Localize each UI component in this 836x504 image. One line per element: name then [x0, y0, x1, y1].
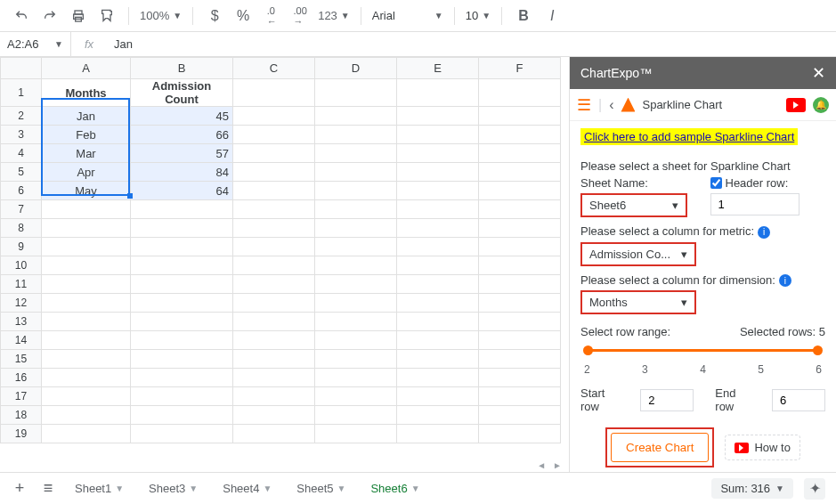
cell[interactable]: [233, 238, 315, 256]
cell[interactable]: [233, 79, 315, 107]
row-header[interactable]: 19: [1, 425, 42, 443]
cell[interactable]: [233, 369, 315, 387]
cell[interactable]: [315, 107, 397, 126]
cell[interactable]: [479, 331, 561, 350]
cell[interactable]: [315, 219, 397, 238]
cell[interactable]: 45: [131, 107, 233, 126]
cell[interactable]: [397, 200, 479, 219]
cell[interactable]: [397, 238, 479, 256]
cell[interactable]: [42, 200, 131, 219]
more-formats-dropdown[interactable]: 123▼: [318, 9, 350, 22]
cell[interactable]: [233, 387, 315, 406]
cell[interactable]: [479, 387, 561, 406]
cell[interactable]: [233, 200, 315, 219]
cell[interactable]: [233, 219, 315, 238]
end-row-input[interactable]: [772, 389, 825, 411]
cell[interactable]: [131, 406, 233, 425]
cell[interactable]: [131, 425, 233, 443]
cell[interactable]: [131, 219, 233, 238]
paint-format-button[interactable]: [96, 5, 118, 27]
cell[interactable]: [397, 387, 479, 406]
add-sample-link[interactable]: Click here to add sample Sparkline Chart: [580, 128, 798, 145]
how-to-button[interactable]: How to: [725, 435, 799, 460]
cell[interactable]: [233, 256, 315, 275]
cell[interactable]: [315, 369, 397, 387]
formula-input[interactable]: Jan: [107, 37, 836, 51]
sheet-name-dropdown[interactable]: Sheet6▾: [580, 193, 687, 217]
cell[interactable]: Jan: [42, 107, 131, 126]
cell[interactable]: [315, 256, 397, 275]
cell[interactable]: [42, 275, 131, 294]
font-dropdown[interactable]: Arial▼: [372, 9, 443, 22]
row-header[interactable]: 17: [1, 387, 42, 406]
row-header[interactable]: 9: [1, 238, 42, 256]
info-icon[interactable]: i: [779, 274, 791, 287]
sheet-tab[interactable]: Sheet3▼: [138, 476, 208, 500]
cell[interactable]: [315, 294, 397, 313]
cell[interactable]: [315, 350, 397, 369]
currency-button[interactable]: $: [204, 5, 225, 27]
cell[interactable]: [315, 425, 397, 443]
col-header-b[interactable]: B: [131, 58, 233, 79]
cell[interactable]: [233, 144, 315, 163]
cell[interactable]: [479, 163, 561, 182]
header-row-checkbox[interactable]: [710, 177, 722, 189]
col-header-a[interactable]: A: [42, 58, 131, 79]
cell[interactable]: [131, 294, 233, 313]
print-button[interactable]: [68, 5, 89, 27]
cell[interactable]: [315, 126, 397, 144]
cell[interactable]: [479, 425, 561, 443]
redo-button[interactable]: [39, 5, 61, 27]
cell[interactable]: [42, 238, 131, 256]
cell[interactable]: [479, 126, 561, 144]
dimension-dropdown[interactable]: Months▾: [580, 290, 696, 314]
add-sheet-button[interactable]: +: [7, 476, 32, 501]
cell[interactable]: [42, 256, 131, 275]
sheet-tab[interactable]: Sheet1▼: [64, 476, 134, 500]
cell[interactable]: [315, 275, 397, 294]
cell[interactable]: [42, 350, 131, 369]
cell[interactable]: [315, 331, 397, 350]
cell[interactable]: [233, 275, 315, 294]
cell[interactable]: [397, 425, 479, 443]
row-header[interactable]: 5: [1, 163, 42, 182]
spreadsheet-grid[interactable]: A B C D E F 1MonthsAdmission Count 2Jan4…: [0, 57, 561, 443]
cell[interactable]: [479, 200, 561, 219]
cell[interactable]: [42, 369, 131, 387]
cell[interactable]: [397, 406, 479, 425]
cell[interactable]: [479, 369, 561, 387]
cell[interactable]: Feb: [42, 126, 131, 144]
percent-button[interactable]: %: [232, 5, 254, 27]
youtube-icon[interactable]: [786, 98, 806, 112]
cell[interactable]: [131, 275, 233, 294]
menu-icon[interactable]: ☰: [577, 95, 591, 115]
cell[interactable]: Admission Count: [131, 79, 233, 107]
selection-handle[interactable]: [127, 193, 133, 199]
metric-dropdown[interactable]: Admission Co...▾: [580, 242, 696, 266]
cell[interactable]: [315, 387, 397, 406]
row-range-slider[interactable]: [580, 342, 825, 360]
cell[interactable]: Mar: [42, 144, 131, 163]
sheet-tab[interactable]: Sheet4▼: [212, 476, 282, 500]
cell[interactable]: [42, 425, 131, 443]
cell[interactable]: [315, 163, 397, 182]
cell[interactable]: [479, 350, 561, 369]
cell[interactable]: [131, 387, 233, 406]
select-all-corner[interactable]: [1, 58, 42, 79]
cell[interactable]: [397, 275, 479, 294]
cell[interactable]: [397, 331, 479, 350]
row-header[interactable]: 8: [1, 219, 42, 238]
bold-button[interactable]: B: [513, 5, 534, 27]
row-header[interactable]: 14: [1, 331, 42, 350]
cell[interactable]: [233, 331, 315, 350]
cell[interactable]: Months: [42, 79, 131, 107]
cell[interactable]: [479, 275, 561, 294]
cell[interactable]: 57: [131, 144, 233, 163]
row-header[interactable]: 4: [1, 144, 42, 163]
cell[interactable]: [479, 294, 561, 313]
cell[interactable]: [479, 79, 561, 107]
back-icon[interactable]: ‹: [609, 97, 613, 113]
row-header[interactable]: 1: [1, 79, 42, 107]
close-icon[interactable]: ✕: [812, 63, 825, 83]
undo-button[interactable]: [11, 5, 32, 27]
